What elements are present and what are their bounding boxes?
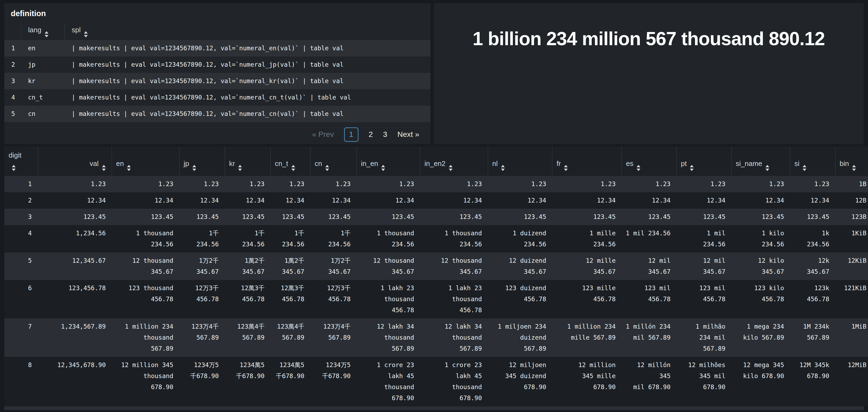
cell-fr: 1 million 234 mille 567.89 (552, 318, 622, 357)
table-row: 1en| makeresults | eval val=1234567890.1… (4, 40, 431, 57)
column-label: cn (315, 159, 322, 167)
cell-fr: 123.45 (552, 209, 622, 225)
column-label: digit (9, 151, 32, 159)
cell-jp: 123万4千 567.89 (179, 318, 225, 357)
cell-pt: 123.45 (676, 209, 731, 225)
column-header-nl[interactable]: nl (488, 146, 552, 176)
cell-digit: 4 (4, 225, 38, 253)
cell-num: 1 (4, 40, 21, 57)
cell-lang: jp (21, 57, 65, 73)
column-label: kr (229, 159, 235, 167)
cell-si: 1.23 (790, 176, 835, 192)
sort-icon (291, 165, 295, 171)
column-header-cn[interactable]: cn (310, 146, 356, 176)
cell-num: 3 (4, 73, 21, 89)
page-button-1[interactable]: 1 (344, 127, 359, 142)
column-label: si (795, 159, 800, 167)
column-label: es (626, 159, 633, 167)
column-header-bin[interactable]: bin (835, 146, 868, 176)
column-label: lang (28, 26, 41, 34)
cell-kr: 123萬4千 567.89 (225, 318, 271, 357)
sort-icon (12, 165, 16, 171)
cell-digit: 3 (4, 209, 38, 225)
cell-si_name: 1.23 (731, 176, 790, 192)
cell-nl: 12 miljoen 345 duizend 678.90 (488, 357, 552, 406)
table-row: 6123,456.78123 thousand 456.7812万3千 456.… (4, 280, 868, 318)
sort-icon (501, 165, 505, 171)
cell-in_en: 1 thousand 234.56 (356, 225, 420, 253)
sort-icon (102, 165, 106, 171)
page-button-2[interactable]: 2 (369, 130, 373, 139)
cell-digit: 8 (4, 357, 38, 406)
column-label: jp (184, 159, 189, 167)
column-header-si_name[interactable]: si_name (731, 146, 790, 176)
cell-si: 1k 234.56 (790, 225, 835, 253)
cell-fr: 123 mille 456.78 (552, 280, 622, 318)
sort-icon (803, 165, 806, 171)
table-row: 212.3412.3412.3412.3412.3412.3412.3412.3… (4, 192, 868, 209)
cell-fr: 12 million 345 mille 678.90 (552, 357, 622, 406)
page-button-3[interactable]: 3 (383, 130, 387, 139)
paginator: « Prev 123 Next » (4, 125, 431, 144)
column-header-en[interactable]: en (112, 146, 179, 176)
cell-in_en: 1.23 (356, 176, 420, 192)
next-button[interactable]: Next » (397, 130, 419, 139)
cell-kr: 1.23 (225, 176, 271, 192)
cell-val: 1,234,567.89 (38, 318, 112, 357)
column-header-si[interactable]: si (790, 146, 835, 176)
column-header-in_en[interactable]: in_en (356, 146, 420, 176)
cell-in_en2: 1.23 (420, 176, 488, 192)
cell-jp: 1万2千 345.67 (179, 253, 225, 280)
sort-icon (238, 165, 242, 171)
cell-in_en: 12 thousand 345.67 (356, 253, 420, 280)
cell-pt: 1 milhão 234 mil 567.89 (676, 318, 731, 357)
cell-nl: 1.23 (488, 176, 552, 192)
column-label: in_en (361, 159, 378, 167)
column-label: bin (840, 159, 849, 167)
column-header-jp[interactable]: jp (179, 146, 225, 176)
cell-jp: 12.34 (179, 192, 225, 209)
cell-cn: 1万2千 345.67 (310, 253, 356, 280)
cell-spl: | makeresults | eval val=1234567890.12, … (65, 106, 431, 122)
cell-es: 12.34 (622, 192, 676, 209)
cell-in_en2: 1 lakh 23 thousand 456.78 (420, 280, 488, 318)
table-row: 41,234.561 thousand 234.561千 234.561千 23… (4, 225, 868, 253)
column-label: en (116, 159, 124, 167)
column-label: spl (72, 26, 81, 34)
column-header-kr[interactable]: kr (225, 146, 271, 176)
column-header-in_en2[interactable]: in_en2 (420, 146, 488, 176)
sort-icon (766, 165, 769, 171)
column-header-val[interactable]: val (38, 146, 112, 176)
cell-jp: 12万3千 456.78 (179, 280, 225, 318)
cell-bin: 121KiB (835, 280, 868, 318)
cell-kr: 12萬3千 456.78 (225, 280, 271, 318)
prev-button[interactable]: « Prev (312, 130, 334, 139)
column-header-pt[interactable]: pt (676, 146, 731, 176)
table-row: 512,345.6712 thousand 345.671万2千 345.671… (4, 253, 868, 280)
cell-cn_t: 123萬4千 567.89 (271, 318, 310, 357)
cell-cn: 1千 234.56 (310, 225, 356, 253)
cell-si_name: 12 kilo 345.67 (731, 253, 790, 280)
column-header-spl[interactable]: spl (65, 23, 431, 40)
cell-val: 1,234.56 (38, 225, 112, 253)
cell-cn: 12.34 (310, 192, 356, 209)
column-header-fr[interactable]: fr (552, 146, 622, 176)
cell-es: 123 mil 456.78 (622, 280, 676, 318)
single-value: 1 billion 234 million 567 thousand 890.1… (434, 3, 864, 50)
results-panel: digitvalenjpkrcn_tcnin_enin_en2nlfrespts… (4, 146, 864, 410)
column-header-digit[interactable]: digit (4, 146, 38, 176)
cell-in_en: 12 lakh 34 thousand 567.89 (356, 318, 420, 357)
cell-lang: cn (21, 106, 65, 122)
cell-si: 1M 234k 567.89 (790, 318, 835, 357)
cell-pt: 1 mil 234.56 (676, 225, 731, 253)
cell-fr: 1.23 (552, 176, 622, 192)
cell-val: 1.23 (38, 176, 112, 192)
cell-in_en: 123.45 (356, 209, 420, 225)
definition-table: langspl1en| makeresults | eval val=12345… (4, 23, 431, 122)
column-header-es[interactable]: es (622, 146, 676, 176)
cell-en: 12 thousand 345.67 (112, 253, 179, 280)
cell-cn_t: 1234萬5 千678.90 (271, 357, 310, 406)
column-header-cn_t[interactable]: cn_t (271, 146, 310, 176)
column-header-lang[interactable]: lang (21, 23, 65, 40)
cell-nl: 1 duizend 234.56 (488, 225, 552, 253)
